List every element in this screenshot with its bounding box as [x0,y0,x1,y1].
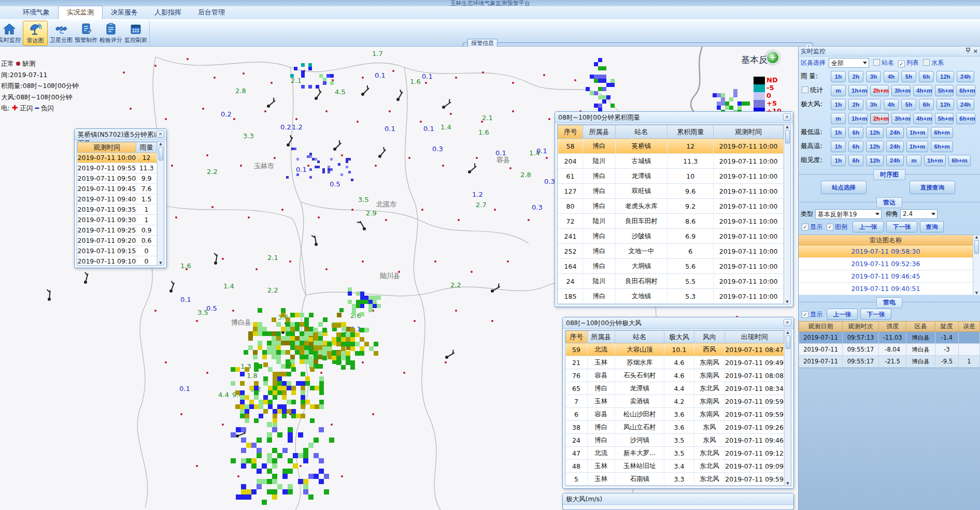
scroll-down-icon[interactable]: ▼ [786,482,789,486]
period-button-1h[interactable]: 1h [831,127,846,138]
table-row[interactable]: 2019-07-11 10:0012 [78,153,157,163]
period-button-1h[interactable]: 1h [831,155,846,166]
period-button-2h[interactable]: 2h [848,99,863,110]
table-row[interactable]: 47北流新丰大罗...3.5东北风2019-07-11 09:12 [566,447,784,460]
period-button-12h[interactable]: 12h [866,141,884,152]
verify-score-button[interactable]: 检验评分 [98,21,123,46]
period-button-5h+m[interactable]: 5h+m [935,113,954,124]
radar-type-dropdown[interactable]: 基本反射率19 [815,209,882,219]
column-header[interactable]: 出现时间 [725,331,784,343]
column-header[interactable]: 累积雨量 [667,125,714,139]
radar-list-item[interactable]: 2019-07-11 09:58:30 [799,245,973,258]
table-row[interactable]: 76容县石头石剑村4.6东南风2019-07-11 08:08 [566,369,784,382]
period-button-3h+m[interactable]: 3h+m [891,113,911,124]
table-row[interactable]: 2019-07-11 09:401.5 [78,194,157,205]
scroll-thumb[interactable] [785,130,790,143]
radar-next-button[interactable]: 下一张 [886,221,917,232]
period-button-6h[interactable]: 6h [848,127,863,138]
period-button-6h[interactable]: 6h [919,99,934,110]
table-row[interactable]: 127博白双旺镇9.62019-07-11 10:00 [558,184,784,199]
table-row[interactable]: 6容县松山沙田村3.6东南风2019-07-11 09:59 [566,408,784,421]
period-button-5h[interactable]: 5h [901,99,916,110]
column-header[interactable]: 站名 [615,125,667,139]
period-button-4h[interactable]: 4h [884,71,899,82]
radar-query-button[interactable]: 查询 [920,221,944,232]
period-button-4h+m[interactable]: 4h+m [913,113,932,124]
column-header[interactable]: 观测时间 [714,125,784,139]
period-button-1h[interactable]: 1h [831,71,846,82]
table-row[interactable]: 2019-07-11 09:5511.3 [78,163,157,173]
column-header[interactable]: 区县 [906,322,935,332]
period-button-6h[interactable]: 6h [848,141,863,152]
table-row[interactable]: 2019-07-11 09:509.9 [78,173,157,184]
radar-map-button[interactable]: 雷达图 [23,21,48,46]
checkbox-3[interactable] [923,59,930,66]
period-button-1h+m[interactable]: 1h+m [924,155,946,166]
close-icon[interactable]: ✕ [784,319,791,326]
period-button-5h+m[interactable]: 5h+m [935,85,954,96]
column-header[interactable]: 极大风 [664,331,694,343]
table-row[interactable]: 185博白文地镇5.32019-07-11 10:00 [558,289,784,304]
period-button-6h[interactable]: 6h [919,71,934,82]
period-button-m[interactable]: m [831,113,846,124]
period-button-2h+m[interactable]: 2h+m [870,85,889,96]
menu-tab-2[interactable]: 实况监测 [58,6,103,19]
pin-icon[interactable] [965,48,971,55]
lightning-prev-button[interactable]: 上一张 [827,309,858,320]
panel-scrollbar[interactable]: ▲▼ [157,142,164,265]
period-button-3h[interactable]: 3h [866,99,881,110]
scroll-up-icon[interactable]: ▲ [975,235,978,239]
monitor-refresh-button[interactable]: 监控刷新 [123,21,148,46]
scroll-thumb[interactable] [159,147,163,161]
table-row[interactable]: 24博白沙河镇3.5东风2019-07-11 09:46 [566,434,784,447]
period-button-3h+m[interactable]: 3h+m [891,85,911,96]
column-header[interactable]: 风向 [694,331,725,343]
scroll-up-icon[interactable]: ▲ [786,330,789,334]
partial-wind-chart-panel[interactable]: 极大风(m/s) [562,493,794,510]
column-header[interactable]: 所属县 [583,125,615,139]
table-row[interactable]: 2019-07-11 09:250.9 [78,225,157,236]
period-button-m[interactable]: m [906,155,921,166]
scroll-down-icon[interactable]: ▼ [159,261,162,265]
table-row[interactable]: 2019-07-11 09:100 [78,256,157,267]
period-button-12h[interactable]: 12h [866,127,884,138]
menu-tab-5[interactable]: 后台管理 [190,6,233,19]
period-button-24h[interactable]: 24h [886,155,904,166]
table-row[interactable]: 2019-07-11 09:301 [78,215,157,225]
period-button-3h[interactable]: 3h [866,71,881,82]
table-row[interactable]: 80博白老虎头水库9.22019-07-11 10:00 [558,199,784,214]
period-button-2h+m[interactable]: 2h+m [870,113,889,124]
menu-tab-1[interactable]: 环境气象 [15,6,58,19]
table-row[interactable]: 2019-07-1109:55:17-8.04博白县-3 [799,344,980,356]
table-row[interactable]: 38博白凤山立石村3.6东风2019-07-11 09:26 [566,421,784,434]
period-button-4h[interactable]: 4h [884,99,899,110]
warning-create-button[interactable]: 预警制作 [74,21,98,46]
table-row[interactable]: 252博白文地一中62019-07-11 10:00 [558,244,784,259]
lightning-show-checkbox[interactable]: ✓ [802,311,808,318]
period-button-6h+m[interactable]: 6h+m [931,127,953,138]
close-icon[interactable]: ✕ [157,130,164,138]
table-row[interactable]: 2019-07-11 09:200.6 [78,236,157,246]
stats-checkbox[interactable] [802,86,808,93]
table-row[interactable]: 61博白龙潭镇102019-07-11 10:00 [558,169,784,184]
period-button-6h+m[interactable]: 6h+m [956,113,975,124]
period-button-1h+m[interactable]: 1h+m [848,113,868,124]
scroll-down-icon[interactable]: ▼ [975,291,978,295]
column-header[interactable]: 雨量 [136,142,157,153]
column-header[interactable]: 所属县 [587,331,615,343]
column-header[interactable]: 观测时次 [843,322,879,332]
scroll-up-icon[interactable]: ▲ [159,142,162,146]
table-row[interactable]: 2019-07-11 09:150 [78,246,157,256]
panel-scrollbar[interactable]: ▲▼ [784,330,791,486]
radar-list-item[interactable]: 2019-07-11 09:40:51 [799,283,973,295]
period-button-6h+m[interactable]: 6h+m [956,85,975,96]
table-row[interactable]: 2019-07-11 09:351 [78,205,157,215]
county-select-dropdown[interactable]: 全部 [829,58,869,68]
period-button-24h[interactable]: 24h [957,99,974,110]
period-button-1h[interactable]: 1h [831,141,846,152]
column-header[interactable]: 站名 [615,331,664,343]
table-row[interactable]: 48玉林玉林站旧址3.4东北风2019-07-11 09:09 [566,460,784,473]
period-button-12h[interactable]: 12h [866,155,884,166]
period-button-6h[interactable]: 6h [848,155,863,166]
station-rain-panel[interactable]: 英桥镇(N5702)逐5分钟累计雨量✕ 观测时间雨量2019-07-11 10:… [74,128,167,268]
